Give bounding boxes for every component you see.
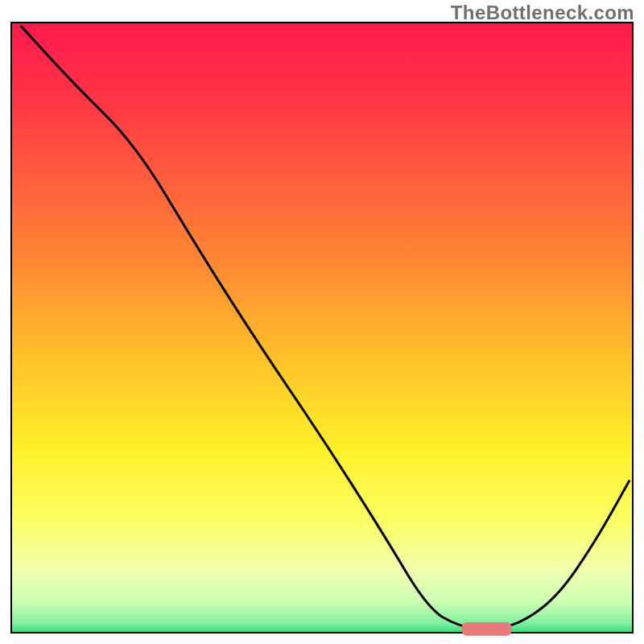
watermark-text: TheBottleneck.com: [451, 2, 634, 24]
bottleneck-chart: TheBottleneck.com: [0, 0, 644, 644]
optimal-marker: [462, 622, 512, 636]
chart-svg: [0, 0, 644, 644]
